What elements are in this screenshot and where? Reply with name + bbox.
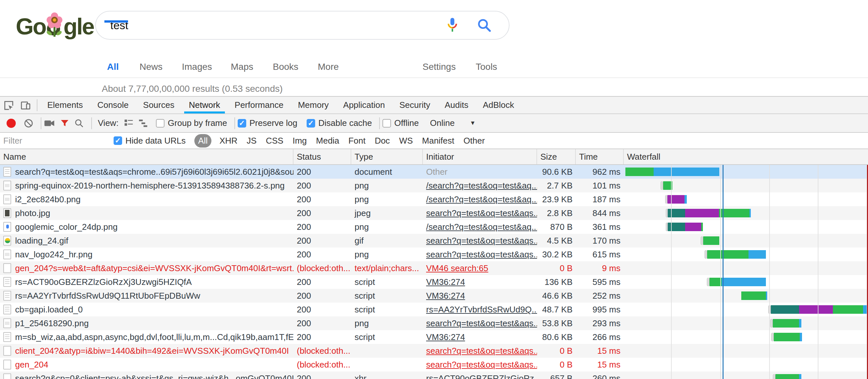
search-box[interactable]: test	[95, 11, 509, 40]
waterfall-cell	[624, 358, 868, 372]
offline-checkbox[interactable]: Offline	[382, 118, 419, 128]
disable-cache-checkbox[interactable]: ✓ Disable cache	[307, 118, 372, 128]
initiator-link[interactable]: search?q=test&oq=test&aqs...	[426, 236, 537, 246]
request-row[interactable]: gen_204(blocked:oth...search?q=test&oq=t…	[0, 358, 868, 372]
google-logo[interactable]: Go gle	[16, 12, 94, 41]
google-tab-settings[interactable]: Settings	[423, 62, 456, 72]
devtools-tab-memory[interactable]: Memory	[290, 97, 336, 113]
filter-type-js[interactable]: JS	[247, 136, 256, 146]
request-row[interactable]: photo.jpg200jpegsearch?q=test&oq=test&aq…	[0, 206, 868, 220]
filter-type-other[interactable]: Other	[464, 136, 485, 146]
image-file-icon	[3, 195, 11, 204]
column-header-name[interactable]: Name	[0, 149, 293, 164]
devtools-tab-sources[interactable]: Sources	[136, 97, 182, 113]
initiator-link[interactable]: search?q=test&oq=test&aqs...	[426, 318, 537, 329]
waterfall-bar-green	[773, 319, 799, 328]
devtools-tab-performance[interactable]: Performance	[227, 97, 291, 113]
google-tab-more[interactable]: More	[318, 62, 339, 72]
request-row[interactable]: googlemic_color_24dp.png200png/search?q=…	[0, 220, 868, 234]
initiator-link[interactable]: VM36:274	[426, 332, 465, 342]
google-tab-books[interactable]: Books	[273, 62, 299, 72]
waterfall-bar-green	[775, 374, 799, 379]
devtools-tab-console[interactable]: Console	[90, 97, 135, 113]
initiator-link[interactable]: search?q=test&oq=test&aqs...	[426, 360, 537, 370]
waterfall-cell	[624, 330, 868, 344]
request-row[interactable]: search?q=test&oq=test&aqs=chrome..69i57j…	[0, 165, 868, 179]
search-icon[interactable]	[477, 18, 492, 33]
search-query-text[interactable]: test	[110, 19, 446, 32]
device-toolbar-icon[interactable]	[17, 97, 34, 113]
devtools-tab-security[interactable]: Security	[392, 97, 438, 113]
request-row[interactable]: m=sb_wiz,aa,abd,aspn,async,bgd,dvl,foot,…	[0, 330, 868, 344]
initiator-link[interactable]: /search?q=test&oq=test&aq...	[426, 195, 537, 205]
size-cell: 46.6 KB	[537, 289, 576, 303]
request-row[interactable]: rs=ACT90oGBZERZlzGioRzXj3Uzwgi5HZIQfA200…	[0, 275, 868, 289]
devtools-tab-audits[interactable]: Audits	[437, 97, 475, 113]
google-tab-images[interactable]: Images	[182, 62, 212, 72]
microphone-icon[interactable]	[446, 17, 458, 34]
filter-type-xhr[interactable]: XHR	[219, 136, 237, 146]
initiator-link[interactable]: /search?q=test&oq=test&aq...	[426, 222, 537, 232]
inspect-element-icon[interactable]	[0, 97, 17, 113]
waterfall-bar-blue	[748, 250, 766, 259]
filter-type-font[interactable]: Font	[348, 136, 365, 146]
filter-type-all[interactable]: All	[194, 134, 212, 147]
filter-type-media[interactable]: Media	[316, 136, 339, 146]
initiator-link[interactable]: rs=ACT90oGBZERZlzGioRz...	[426, 373, 537, 379]
column-header-waterfall[interactable]: Waterfall	[624, 149, 868, 164]
column-header-status[interactable]: Status	[293, 149, 351, 164]
filter-input[interactable]	[0, 136, 108, 146]
devtools-tab-application[interactable]: Application	[336, 97, 392, 113]
request-row[interactable]: gen_204?s=web&t=aft&atyp=csi&ei=WVSSXK-j…	[0, 261, 868, 275]
column-header-time[interactable]: Time	[576, 149, 624, 164]
request-row[interactable]: i2_2ec824b0.png200png/search?q=test&oq=t…	[0, 193, 868, 206]
request-row[interactable]: p1_254618290.png200pngsearch?q=test&oq=t…	[0, 316, 868, 330]
preserve-log-checkbox[interactable]: ✓ Preserve log	[238, 118, 298, 128]
filter-type-img[interactable]: Img	[292, 136, 307, 146]
request-row[interactable]: rs=AA2YrTvbrfdSsRwUd9Q11RtUboFEpDBuWw200…	[0, 289, 868, 303]
type-cell: png	[351, 220, 423, 234]
request-row[interactable]: cb=gapi.loaded_0200scriptrs=AA2YrTvbrfdS…	[0, 303, 868, 316]
google-tab-maps[interactable]: Maps	[231, 62, 253, 72]
initiator-link[interactable]: VM46 search:65	[426, 263, 488, 273]
google-tab-tools[interactable]: Tools	[476, 62, 497, 72]
filter-type-doc[interactable]: Doc	[375, 136, 390, 146]
column-header-size[interactable]: Size	[537, 149, 576, 164]
initiator-link[interactable]: search?q=test&oq=test&aqs...	[426, 346, 537, 356]
google-tab-all[interactable]: All	[107, 62, 119, 72]
filter-type-css[interactable]: CSS	[266, 136, 283, 146]
devtools-tab-adblock[interactable]: AdBlock	[476, 97, 521, 113]
request-row[interactable]: nav_logo242_hr.png200pngsearch?q=test&oq…	[0, 247, 868, 261]
capture-screenshots-icon[interactable]	[44, 118, 55, 128]
request-row[interactable]: search?q&cp=0&client=psy-ab&xssi=t&gs_ri…	[0, 372, 868, 379]
initiator-link[interactable]: VM36:274	[426, 277, 465, 287]
request-row[interactable]: client_204?&atyp=i&biw=1440&bih=492&ei=W…	[0, 344, 868, 358]
filter-icon[interactable]	[60, 118, 70, 128]
hide-data-urls-checkbox[interactable]: ✓ Hide data URLs	[114, 136, 186, 146]
request-row[interactable]: loading_24.gif200gifsearch?q=test&oq=tes…	[0, 234, 868, 247]
initiator-link[interactable]: search?q=test&oq=test&aqs...	[426, 249, 537, 260]
clear-button[interactable]	[24, 118, 33, 128]
size-cell: 48.7 KB	[537, 303, 576, 316]
waterfall-cell	[624, 234, 868, 247]
filter-type-manifest[interactable]: Manifest	[422, 136, 454, 146]
initiator-link[interactable]: search?q=test&oq=test&aqs...	[426, 208, 537, 218]
view-waterfall-icon[interactable]	[138, 118, 148, 128]
throttling-dropdown[interactable]: Online ▼	[430, 118, 476, 128]
devtools-tab-elements[interactable]: Elements	[40, 97, 90, 113]
record-button[interactable]	[3, 119, 19, 128]
devtools-tab-network[interactable]: Network	[182, 97, 227, 113]
filter-type-ws[interactable]: WS	[399, 136, 413, 146]
google-tab-news[interactable]: News	[140, 62, 162, 72]
request-name: gen_204	[15, 360, 48, 370]
column-header-initiator[interactable]: Initiator	[423, 149, 537, 164]
initiator-link[interactable]: /search?q=test&oq=test&aq...	[426, 181, 537, 191]
request-row[interactable]: spring-equinox-2019-northern-hemisphere-…	[0, 179, 868, 193]
initiator-link[interactable]: VM36:274	[426, 291, 465, 301]
search-requests-icon[interactable]	[74, 118, 84, 128]
size-cell: 0 B	[537, 261, 576, 275]
group-by-frame-checkbox[interactable]: Group by frame	[156, 118, 227, 128]
initiator-link[interactable]: rs=AA2YrTvbrfdSsRwUd9Q...	[426, 305, 537, 315]
view-list-icon[interactable]	[124, 118, 134, 128]
column-header-type[interactable]: Type	[351, 149, 423, 164]
